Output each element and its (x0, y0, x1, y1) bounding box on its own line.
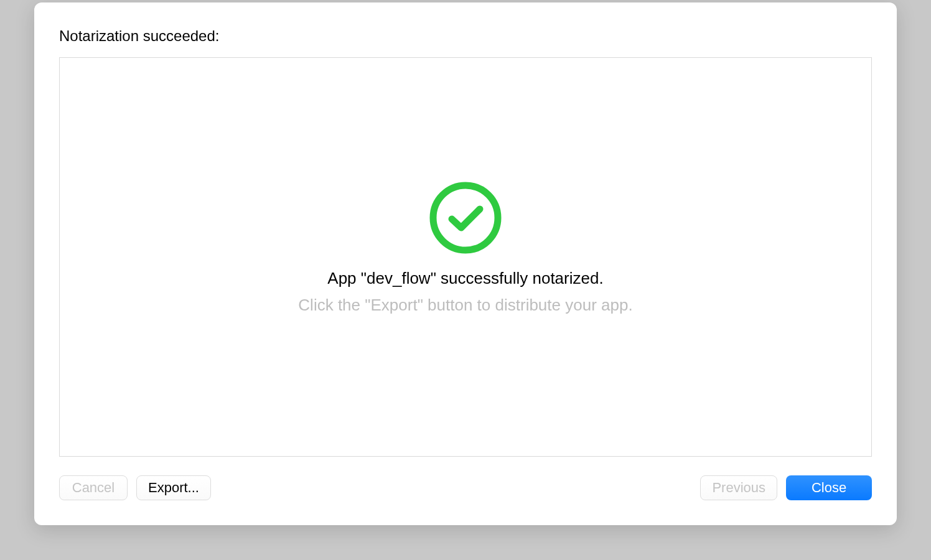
success-message: App "dev_flow" successfully notarized. (327, 269, 603, 288)
cancel-button[interactable]: Cancel (59, 475, 128, 500)
hint-message: Click the "Export" button to distribute … (298, 296, 632, 315)
previous-button[interactable]: Previous (700, 475, 777, 500)
content-panel: App "dev_flow" successfully notarized. C… (59, 57, 872, 457)
notarization-dialog: Notarization succeeded: App "dev_flow" s… (34, 2, 897, 525)
button-group-left: Cancel Export... (59, 475, 211, 500)
dialog-title: Notarization succeeded: (59, 27, 872, 45)
content-inner: App "dev_flow" successfully notarized. C… (298, 180, 632, 315)
export-button[interactable]: Export... (136, 475, 211, 500)
close-button[interactable]: Close (786, 475, 872, 500)
svg-point-0 (433, 185, 498, 250)
success-checkmark-icon (428, 180, 503, 255)
button-bar: Cancel Export... Previous Close (59, 475, 872, 500)
button-group-right: Previous Close (700, 475, 872, 500)
